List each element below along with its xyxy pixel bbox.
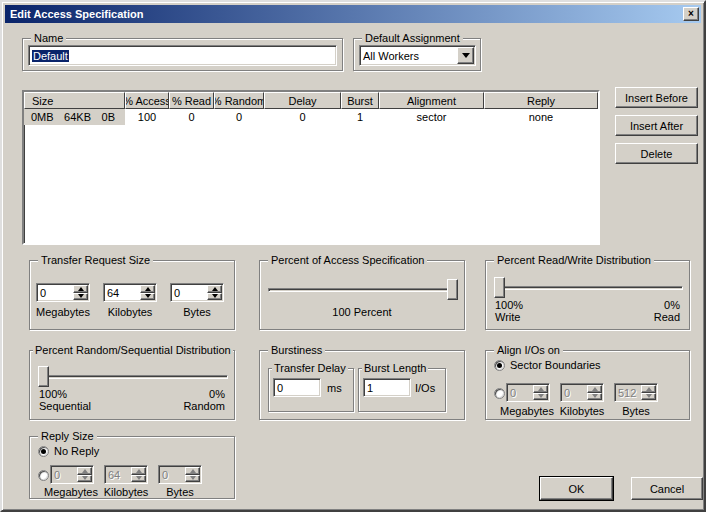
window-title: Edit Access Specification [10,8,683,20]
insert-after-button[interactable]: Insert After [615,115,698,136]
align-kilobytes-spinner[interactable]: 0 [560,383,604,402]
trs-megabytes-value: 0 [37,284,72,301]
header-size[interactable]: Size [24,92,125,109]
header-random[interactable]: % Random [214,92,264,109]
delete-button[interactable]: Delete [615,143,698,164]
header-burst[interactable]: Burst [341,92,379,109]
burstiness-label: Burstiness [268,344,325,357]
trs-kilobytes-spinner[interactable]: 64 [103,283,157,302]
percent-access-label: Percent of Access Specification [268,254,427,267]
percent-access-value: 100 Percent [260,306,464,318]
name-input-value: Default [32,50,69,62]
reply-kilobytes-spinner[interactable]: 64 [104,465,148,484]
close-button[interactable]: × [683,7,699,21]
titlebar: Edit Access Specification × [5,5,701,23]
insert-before-button[interactable]: Insert Before [615,87,698,108]
sector-boundaries-radio[interactable] [494,360,505,371]
header-read[interactable]: % Read [169,92,214,109]
ok-label: OK [569,483,585,495]
percent-access-slider-thumb[interactable] [447,279,458,300]
spin-up-icon [641,385,656,393]
sequential-label: Sequential [39,400,91,412]
read-write-label: Percent Read/Write Distribution [494,254,654,267]
cancel-button[interactable]: Cancel [631,477,703,500]
burst-length-input[interactable]: 1 [363,378,411,397]
name-group: Name Default [22,38,343,71]
name-input[interactable]: Default [28,45,337,66]
access-spec-table[interactable]: Size % Access % Read % Random Delay Burs… [22,90,600,245]
no-reply-label: No Reply [54,445,99,457]
write-percent-value: 100% [495,299,523,311]
align-bytes-value: 512 [615,384,640,401]
reply-size-group: Reply Size No Reply 0 64 0 Megabytes [29,436,235,499]
spin-down-icon [587,393,602,401]
percent-access-slider-track[interactable] [268,288,458,292]
spin-down-icon [641,393,656,401]
reply-megabytes-spinner[interactable]: 0 [50,465,94,484]
read-write-group: Percent Read/Write Distribution 100% Wri… [485,260,690,330]
trs-bytes-unit-label: Bytes [168,306,226,318]
cancel-label: Cancel [650,483,684,495]
percent-access-group: Percent of Access Specification 100 Perc… [259,260,465,330]
reply-bytes-spinner[interactable]: 0 [158,465,202,484]
align-ios-group: Align I/Os on Sector Boundaries 0 0 512 [485,350,690,420]
cell-access: 100 [125,109,169,125]
reply-megabytes-unit-label: Megabytes [42,486,100,498]
spin-down-icon[interactable] [140,293,155,301]
header-reply[interactable]: Reply [484,92,598,109]
align-kilobytes-unit-label: Kilobytes [554,405,610,417]
close-icon: × [688,9,694,19]
transfer-delay-label: Transfer Delay [272,362,348,375]
transfer-delay-input[interactable]: 0 [273,378,321,397]
no-reply-radio[interactable] [38,446,49,457]
cell-burst: 1 [341,109,379,125]
align-custom-radio[interactable] [494,388,505,399]
transfer-request-size-group: Transfer Request Size 0 64 0 Megabytes K… [29,260,235,330]
spin-up-icon[interactable] [73,285,88,293]
reply-custom-radio[interactable] [38,470,49,481]
dropdown-button[interactable] [457,47,474,64]
cell-random: 0 [214,109,264,125]
delete-label: Delete [641,148,673,160]
spin-up-icon[interactable] [140,285,155,293]
default-assignment-value: All Workers [360,46,456,65]
header-delay[interactable]: Delay [264,92,341,109]
spin-down-icon [77,475,92,483]
spin-up-icon [185,467,200,475]
size-mb: 0MB [31,111,54,123]
edit-access-specification-dialog: Edit Access Specification × Name Default… [0,0,706,512]
read-write-slider-track[interactable] [494,286,683,290]
reply-bytes-unit-label: Bytes [152,486,208,498]
table-header: Size % Access % Read % Random Delay Burs… [24,92,598,109]
random-sequential-slider-thumb[interactable] [38,366,49,387]
spin-down-icon [131,475,146,483]
align-ios-label: Align I/Os on [494,344,563,357]
trs-bytes-spinner[interactable]: 0 [170,283,224,302]
default-assignment-select[interactable]: All Workers [359,45,476,66]
burstiness-group: Burstiness Transfer Delay 0 ms Burst Len… [259,350,465,420]
spin-down-icon[interactable] [73,293,88,301]
transfer-delay-group: Transfer Delay 0 ms [268,368,354,412]
trs-megabytes-spinner[interactable]: 0 [36,283,90,302]
align-bytes-spinner[interactable]: 512 [614,383,658,402]
random-sequential-slider-track[interactable] [38,375,228,379]
reply-size-label: Reply Size [38,430,97,443]
table-row[interactable]: 0MB 64KB 0B 100 0 0 0 1 sector none [24,109,598,125]
spin-up-icon [587,385,602,393]
read-write-slider-thumb[interactable] [494,277,505,298]
spin-up-icon[interactable] [207,285,222,293]
name-group-label: Name [31,32,66,45]
random-sequential-label: Percent Random/Sequential Distribution [33,344,233,357]
insert-before-label: Insert Before [625,92,688,104]
trs-megabytes-unit-label: Megabytes [34,306,92,318]
header-access[interactable]: % Access [125,92,169,109]
cell-reply: none [484,109,598,125]
ok-button[interactable]: OK [540,477,613,500]
spin-down-icon [533,393,548,401]
align-megabytes-value: 0 [507,384,532,401]
header-alignment[interactable]: Alignment [379,92,484,109]
spin-down-icon[interactable] [207,293,222,301]
read-percent-value: 0% [664,299,680,311]
reply-kilobytes-value: 64 [105,466,130,483]
align-megabytes-spinner[interactable]: 0 [506,383,550,402]
